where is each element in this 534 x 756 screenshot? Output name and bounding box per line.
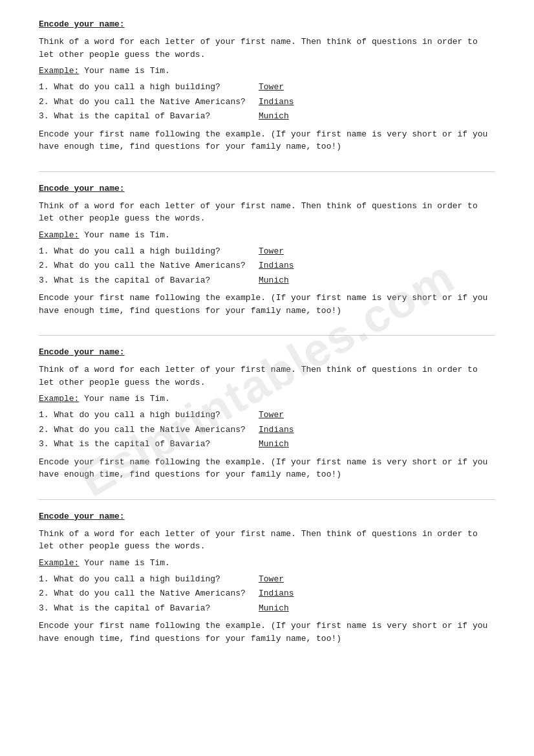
qa-item: 3. What is the capital of Bavaria?Munich xyxy=(39,274,495,287)
qa-question: 3. What is the capital of Bavaria? xyxy=(39,438,259,451)
qa-answer: Munich xyxy=(259,438,289,451)
qa-answer: Tower xyxy=(259,573,284,586)
qa-answer: Tower xyxy=(259,81,284,94)
qa-answer: Indians xyxy=(259,587,294,600)
section-3: Encode your name:Think of a word for eac… xyxy=(39,335,495,481)
qa-question: 1. What do you call a high building? xyxy=(39,573,259,586)
example-line: Example: Your name is Tim. xyxy=(39,66,495,76)
section-intro: Think of a word for each letter of your … xyxy=(39,528,495,553)
qa-item: 3. What is the capital of Bavaria?Munich xyxy=(39,110,495,123)
section-title: Encode your name: xyxy=(39,19,495,29)
qa-answer: Indians xyxy=(259,259,294,272)
qa-item: 3. What is the capital of Bavaria?Munich xyxy=(39,602,495,615)
followup-text: Encode your first name following the exa… xyxy=(39,456,495,481)
qa-list: 1. What do you call a high building?Towe… xyxy=(39,245,495,287)
section-divider xyxy=(39,499,495,500)
followup-text: Encode your first name following the exa… xyxy=(39,620,495,645)
section-2: Encode your name:Think of a word for eac… xyxy=(39,171,495,318)
section-intro: Think of a word for each letter of your … xyxy=(39,36,495,61)
section-title: Encode your name: xyxy=(39,184,495,193)
qa-question: 2. What do you call the Native Americans… xyxy=(39,259,259,272)
qa-list: 1. What do you call a high building?Towe… xyxy=(39,573,495,615)
qa-answer: Munich xyxy=(259,110,289,123)
qa-question: 2. What do you call the Native Americans… xyxy=(39,96,259,109)
followup-text: Encode your first name following the exa… xyxy=(39,292,495,317)
qa-answer: Tower xyxy=(259,245,284,258)
qa-question: 3. What is the capital of Bavaria? xyxy=(39,110,259,123)
section-divider xyxy=(39,171,495,172)
page-content: Encode your name:Think of a word for eac… xyxy=(0,0,534,682)
qa-answer: Munich xyxy=(259,274,289,287)
qa-item: 1. What do you call a high building?Towe… xyxy=(39,245,495,258)
example-text: Your name is Tim. xyxy=(79,66,169,76)
qa-question: 1. What do you call a high building? xyxy=(39,245,259,258)
qa-item: 2. What do you call the Native Americans… xyxy=(39,424,495,437)
example-label: Example: xyxy=(39,66,79,76)
example-label: Example: xyxy=(39,394,79,404)
qa-answer: Indians xyxy=(259,96,294,109)
qa-answer: Tower xyxy=(259,409,284,422)
example-line: Example: Your name is Tim. xyxy=(39,394,495,404)
example-line: Example: Your name is Tim. xyxy=(39,230,495,240)
qa-list: 1. What do you call a high building?Towe… xyxy=(39,81,495,123)
qa-question: 3. What is the capital of Bavaria? xyxy=(39,602,259,615)
qa-question: 2. What do you call the Native Americans… xyxy=(39,424,259,437)
qa-item: 2. What do you call the Native Americans… xyxy=(39,259,495,272)
qa-question: 1. What do you call a high building? xyxy=(39,409,259,422)
section-4: Encode your name:Think of a word for eac… xyxy=(39,499,495,645)
qa-question: 2. What do you call the Native Americans… xyxy=(39,587,259,600)
qa-answer: Munich xyxy=(259,602,289,615)
qa-item: 1. What do you call a high building?Towe… xyxy=(39,81,495,94)
example-label: Example: xyxy=(39,230,79,240)
qa-question: 1. What do you call a high building? xyxy=(39,81,259,94)
example-line: Example: Your name is Tim. xyxy=(39,558,495,568)
qa-item: 1. What do you call a high building?Towe… xyxy=(39,409,495,422)
qa-answer: Indians xyxy=(259,424,294,437)
section-1: Encode your name:Think of a word for eac… xyxy=(39,19,495,153)
qa-item: 2. What do you call the Native Americans… xyxy=(39,96,495,109)
example-label: Example: xyxy=(39,558,79,568)
qa-item: 3. What is the capital of Bavaria?Munich xyxy=(39,438,495,451)
section-divider xyxy=(39,335,495,336)
qa-question: 3. What is the capital of Bavaria? xyxy=(39,274,259,287)
followup-text: Encode your first name following the exa… xyxy=(39,128,495,153)
section-intro: Think of a word for each letter of your … xyxy=(39,363,495,389)
qa-list: 1. What do you call a high building?Towe… xyxy=(39,409,495,451)
section-title: Encode your name: xyxy=(39,347,495,357)
section-title: Encode your name: xyxy=(39,512,495,521)
example-text: Your name is Tim. xyxy=(79,394,169,404)
example-text: Your name is Tim. xyxy=(79,230,169,240)
section-intro: Think of a word for each letter of your … xyxy=(39,200,495,225)
qa-item: 2. What do you call the Native Americans… xyxy=(39,587,495,600)
example-text: Your name is Tim. xyxy=(79,558,169,568)
qa-item: 1. What do you call a high building?Towe… xyxy=(39,573,495,586)
